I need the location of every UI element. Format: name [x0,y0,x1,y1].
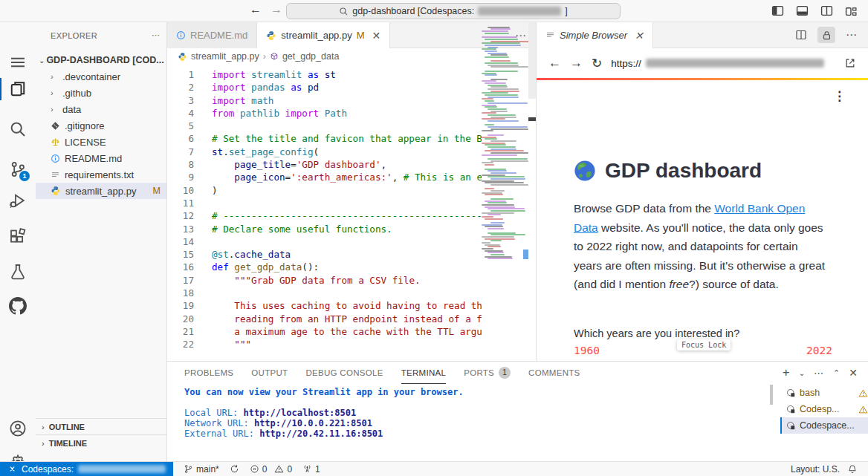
tab-label: streamlit_app.py [281,30,352,41]
lock-icon[interactable] [817,27,835,43]
terminal-output[interactable]: You can now view your Streamlit app in y… [184,387,464,439]
search-icon [339,7,349,16]
browser-back-icon[interactable]: ← [548,56,561,71]
terminal-session-codespace[interactable]: Codespace... [780,417,868,434]
panel-tab-problems[interactable]: PROBLEMS [184,362,233,384]
search-view-icon[interactable] [9,120,27,138]
panel-more-icon[interactable]: ⋯ [814,368,824,379]
run-debug-icon[interactable] [9,192,27,209]
tab-label: Simple Browser [560,30,627,41]
chevron-right-icon: › [51,105,58,114]
notifications-bell-icon[interactable] [847,464,858,475]
browser-forward-icon[interactable]: → [570,56,583,71]
file-item-requirements-txt[interactable]: requirements.txt [36,166,166,183]
panel-tab-comments[interactable]: COMMENTS [528,362,580,384]
customize-layout-icon[interactable] [845,4,858,17]
terminal-url[interactable]: http://10.0.0.221:8501 [254,418,372,428]
split-editor-icon[interactable] [820,4,833,17]
source-control-icon[interactable]: 1 [9,160,27,178]
errors-count: 0 [262,464,268,475]
code-line-19: 19 This uses caching to avoid having to … [167,299,482,312]
info-icon [176,30,186,40]
ports-badge: 1 [499,367,511,379]
overview-ruler[interactable] [528,22,536,319]
panel-tab-output[interactable]: OUTPUT [251,362,288,384]
close-icon[interactable]: ✕ [372,30,381,42]
menu-icon[interactable] [9,53,27,71]
explorer-icon[interactable] [9,80,27,98]
branch-indicator[interactable]: main* [184,464,219,475]
tab-label: README.md [190,30,247,41]
scrollbar-slider[interactable] [528,22,536,99]
terminal-session-bash[interactable]: bash [780,385,868,401]
editor-group: README.mdstreamlit_app.pyM✕ ⋯ streamlit_… [167,22,537,361]
open-external-icon[interactable] [844,57,856,69]
split-browser-icon[interactable] [792,27,810,43]
terminal-session-codesp[interactable]: Codesp... [780,401,868,417]
file-item-readme-md[interactable]: README.md [36,150,166,166]
maximize-panel-icon[interactable]: ⌃ [833,368,840,378]
file-item--devcontainer[interactable]: ›.devcontainer [36,68,166,85]
close-icon[interactable]: ✕ [635,30,644,42]
code-editor[interactable]: 1import streamlit as st2import pandas as… [167,65,482,361]
warning-icon [858,388,868,398]
explorer-root-folder[interactable]: ⌄ GDP-DASHBOARD [COD... [36,52,166,68]
history-back-icon[interactable]: ← [250,3,262,16]
streamlit-menu-icon[interactable]: ⋮ [833,94,846,99]
active-view-indicator [0,78,1,100]
panel-tab-debug-console[interactable]: DEBUG CONSOLE [305,362,383,384]
extensions-icon[interactable] [9,227,27,245]
panel-tab-bar: PROBLEMSOUTPUTDEBUG CONSOLETERMINALPORTS… [184,362,580,384]
tab-readme-md[interactable]: README.md [167,22,257,48]
slider-min-label: 1960 [574,345,600,356]
account-icon[interactable] [9,420,27,437]
file-item--github[interactable]: ›.github [36,85,166,101]
file-item-streamlit-app-py[interactable]: streamlit_app.pyM [36,183,166,199]
ports-indicator[interactable]: 1 [302,464,320,475]
sync-indicator[interactable] [230,464,239,474]
code-line-10: 10) [167,184,482,197]
command-center-search[interactable]: gdp-dashboard [Codespaces: ] [286,3,621,19]
code-line-22: 22 """ [167,338,482,351]
tab-streamlit-app-py[interactable]: streamlit_app.pyM✕ [257,22,390,48]
toggle-panel-icon[interactable] [796,4,809,17]
history-forward-icon[interactable]: → [271,3,282,16]
testing-beaker-icon[interactable] [9,263,27,281]
close-panel-icon[interactable]: ✕ [849,367,858,379]
panel-tab-terminal[interactable]: TERMINAL [401,362,447,384]
browser-reload-icon[interactable]: ↻ [592,56,602,71]
modified-badge: M [357,30,365,41]
problems-indicator[interactable]: 0 0 [250,464,292,475]
remote-indicator[interactable]: Codespaces: [0,462,173,476]
search-text: gdp-dashboard [Codespaces: [352,6,474,16]
terminal-scrollbar[interactable] [770,385,773,405]
new-terminal-icon[interactable]: + [783,368,790,377]
github-icon[interactable] [9,297,27,315]
file-tree: ›.devcontainer›.github›data.gitignoreLIC… [36,68,166,199]
minimap[interactable] [482,22,529,275]
panel-tab-ports[interactable]: PORTS1 [464,362,511,384]
outline-label: OUTLINE [49,423,85,431]
outline-section[interactable]: ›OUTLINE [36,418,166,434]
keyboard-layout[interactable]: Layout: U.S. [791,464,840,475]
timeline-section[interactable]: ›TIMELINE [36,434,166,451]
explorer-more-icon[interactable]: ⋯ [152,30,161,40]
terminal-dropdown-icon[interactable]: ⌄ [799,369,805,377]
tab-simple-browser[interactable]: Simple Browser ✕ [537,22,653,48]
browser-more-icon[interactable]: ⋯ [843,27,861,43]
streamlit-app: ⋮ GDP dashboard Browse GDP data from the… [537,80,868,361]
file-item-license[interactable]: LICENSE [36,134,166,150]
file-item-data[interactable]: ›data [36,101,166,117]
file-item--gitignore[interactable]: .gitignore [36,117,166,134]
file-label: README.md [65,153,122,164]
panel-tab-label: PROBLEMS [184,368,233,377]
terminal-url[interactable]: http://20.42.11.16:8501 [259,428,383,439]
terminal-url[interactable]: http://localhost:8501 [243,408,356,418]
browser-file-icon [545,30,555,40]
session-label: bash [800,388,820,398]
python-icon [266,30,276,41]
breadcrumb[interactable]: streamlit_app.py › get_gdp_data [167,48,536,65]
url-bar[interactable]: https:// [611,58,835,69]
toggle-sidebar-icon[interactable] [771,4,784,17]
warning-icon [858,405,868,414]
